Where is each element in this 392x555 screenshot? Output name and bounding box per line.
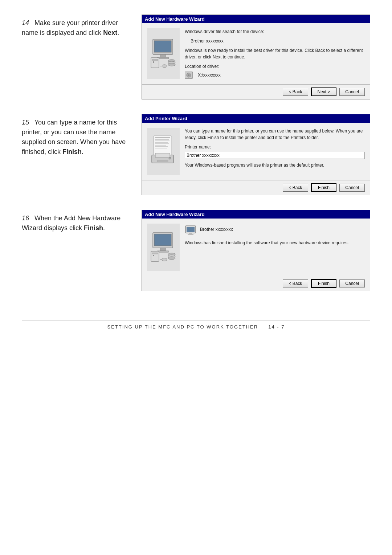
dialog-16-back-button[interactable]: < Back bbox=[283, 279, 308, 287]
svg-point-37 bbox=[153, 255, 154, 256]
dialog-14: Add New Hardware Wizard bbox=[142, 15, 370, 99]
dialog-14-intro: Windows driver file search for the devic… bbox=[185, 28, 365, 35]
instruction-15-action: Finish bbox=[62, 148, 82, 155]
footer-page-number: 14 - 7 bbox=[268, 324, 285, 330]
svg-rect-1 bbox=[154, 41, 171, 52]
dialog-14-driver-name: Brother xxxxxxxx bbox=[191, 38, 365, 44]
dialog-14-middle: Windows is now ready to install the best… bbox=[185, 47, 365, 60]
section-14: 14 Make sure your printer driver name is… bbox=[22, 15, 370, 99]
dialog-16-finish-text: Windows has finished installing the soft… bbox=[185, 240, 365, 246]
svg-rect-43 bbox=[188, 234, 193, 235]
dialog-16-device-name: Brother xxxxxxxx bbox=[200, 226, 233, 233]
svg-rect-30 bbox=[160, 248, 166, 251]
dialog-16-text-area: Brother xxxxxxxx Windows has finished in… bbox=[185, 224, 365, 271]
page-content: 14 Make sure your printer driver name is… bbox=[22, 15, 370, 330]
dialog-14-icon-area bbox=[147, 28, 180, 79]
disk-drive-icon bbox=[185, 71, 195, 79]
svg-point-34 bbox=[168, 257, 175, 260]
computer-icon bbox=[150, 37, 177, 70]
dialog-14-cancel-button[interactable]: Cancel bbox=[339, 88, 365, 96]
instruction-15: 15 You can type a name for this printer,… bbox=[22, 114, 131, 157]
dialog-16-cancel-button[interactable]: Cancel bbox=[339, 279, 365, 287]
step-14-number: 14 bbox=[22, 19, 29, 26]
dialog-15-icon-area bbox=[147, 128, 180, 175]
dialog-16-title: Add New Hardware Wizard bbox=[142, 210, 370, 219]
dialog-14-body: Windows driver file search for the devic… bbox=[142, 23, 370, 84]
footer-text: SETTING UP THE MFC AND PC TO WORK TOGETH… bbox=[107, 324, 258, 330]
svg-point-27 bbox=[169, 157, 171, 159]
device-icon bbox=[185, 224, 196, 235]
dialog-15-finish-button[interactable]: Finish bbox=[311, 183, 336, 192]
dialog-14-location-value: X:\xxxxxxxx bbox=[198, 72, 221, 78]
section-16: 16 When the Add New Hardware Wizard disp… bbox=[22, 210, 370, 291]
dialog-14-location-label: Location of driver: bbox=[185, 63, 365, 70]
dialog-14-title: Add New Hardware Wizard bbox=[142, 15, 370, 23]
svg-rect-41 bbox=[187, 227, 195, 232]
svg-rect-23 bbox=[155, 148, 167, 148]
dialog-15-intro: You can type a name for this printer, or… bbox=[185, 128, 365, 141]
printer-icon bbox=[150, 135, 177, 168]
svg-point-38 bbox=[162, 258, 167, 261]
dialog-15-text-area: You can type a name for this printer, or… bbox=[185, 128, 365, 175]
svg-rect-19 bbox=[155, 142, 168, 143]
instruction-14-action: Next bbox=[103, 29, 117, 36]
dialog-16-footer: < Back Finish Cancel bbox=[142, 276, 370, 291]
instruction-14-text: Make sure your printer driver name is di… bbox=[22, 19, 119, 36]
svg-rect-42 bbox=[189, 233, 192, 234]
svg-rect-22 bbox=[155, 146, 168, 147]
svg-rect-16 bbox=[155, 137, 170, 138]
svg-point-10 bbox=[162, 65, 167, 68]
svg-point-14 bbox=[188, 74, 189, 76]
svg-rect-25 bbox=[155, 153, 170, 158]
section-15: 15 You can type a name for this printer,… bbox=[22, 114, 370, 195]
dialog-15-body: You can type a name for this printer, or… bbox=[142, 123, 370, 180]
instruction-16-action: Finish bbox=[84, 224, 103, 232]
dialog-15-back-button[interactable]: < Back bbox=[283, 184, 308, 192]
dialog-14-location-row: X:\xxxxxxxx bbox=[185, 71, 365, 79]
dialog-14-text-area: Windows driver file search for the devic… bbox=[185, 28, 365, 79]
dialog-15-printer-label: Printer name: bbox=[185, 144, 365, 150]
svg-rect-36 bbox=[152, 253, 158, 254]
dialog-16-body: Brother xxxxxxxx Windows has finished in… bbox=[142, 219, 370, 276]
instruction-14: 14 Make sure your printer driver name is… bbox=[22, 15, 131, 38]
step-15-number: 15 bbox=[22, 119, 29, 126]
page-footer: SETTING UP THE MFC AND PC TO WORK TOGETH… bbox=[22, 320, 370, 330]
svg-rect-17 bbox=[155, 139, 169, 140]
svg-rect-8 bbox=[152, 59, 158, 61]
dialog-16-icon-area bbox=[147, 224, 180, 271]
dialog-16: Add New Hardware Wizard bbox=[142, 210, 370, 291]
computer-icon-2 bbox=[150, 231, 177, 264]
svg-point-9 bbox=[153, 61, 154, 63]
dialog-14-back-button[interactable]: < Back bbox=[283, 88, 308, 96]
dialog-14-next-button[interactable]: Next > bbox=[311, 87, 336, 96]
dialog-15-title: Add Printer Wizard bbox=[142, 114, 370, 123]
dialog-15: Add Printer Wizard bbox=[142, 114, 370, 195]
dialog-16-finish-button[interactable]: Finish bbox=[311, 279, 336, 288]
svg-rect-26 bbox=[157, 160, 168, 162]
svg-rect-21 bbox=[155, 145, 166, 146]
svg-rect-20 bbox=[155, 143, 169, 144]
svg-rect-2 bbox=[160, 54, 166, 57]
instruction-16: 16 When the Add New Hardware Wizard disp… bbox=[22, 210, 131, 233]
dialog-15-footer-text: Your Windows-based programs will use thi… bbox=[185, 162, 365, 168]
dialog-15-cancel-button[interactable]: Cancel bbox=[339, 184, 365, 192]
step-16-number: 16 bbox=[22, 215, 29, 222]
instruction-16-text: When the Add New Hardware Wizard display… bbox=[22, 215, 121, 232]
svg-rect-29 bbox=[154, 234, 171, 246]
dialog-15-footer: < Back Finish Cancel bbox=[142, 180, 370, 195]
svg-rect-18 bbox=[155, 140, 170, 141]
svg-point-6 bbox=[168, 63, 175, 66]
dialog-14-footer: < Back Next > Cancel bbox=[142, 84, 370, 99]
printer-name-input[interactable] bbox=[185, 152, 365, 159]
instruction-15-text: You can type a name for this printer, or… bbox=[22, 119, 126, 155]
